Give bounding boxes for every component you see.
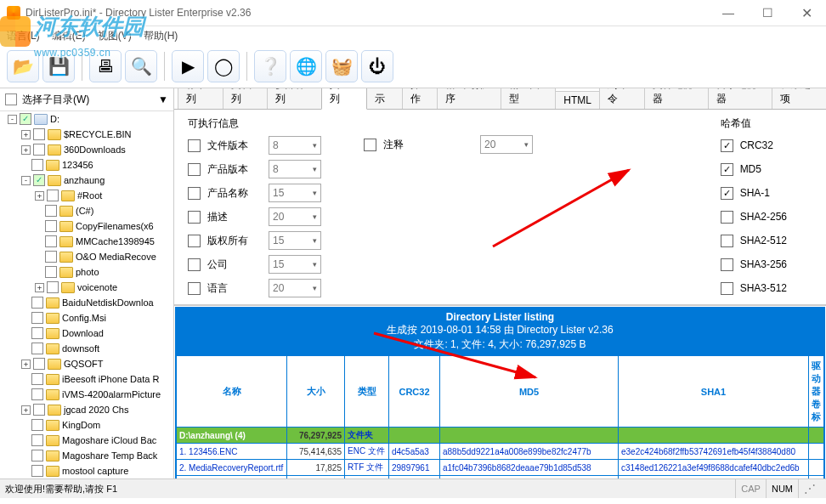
menu-lang[interactable]: 语言(L) xyxy=(7,29,40,43)
col-header[interactable]: 驱动器卷标 xyxy=(809,356,824,428)
open-button[interactable]: 📂 xyxy=(7,50,39,82)
tree-node[interactable]: Magoshare iCloud Bac xyxy=(0,433,173,448)
tree-node[interactable]: +$RECYCLE.BIN xyxy=(0,127,173,142)
resize-grip[interactable]: ⋰ xyxy=(798,479,821,498)
exec-width-select[interactable]: 20▾ xyxy=(269,279,321,297)
menu-help[interactable]: 帮助(H) xyxy=(144,29,178,43)
tab[interactable]: 操作 xyxy=(402,88,438,109)
comment-checkbox[interactable] xyxy=(364,139,376,151)
tree-node[interactable]: MMCache1398945 xyxy=(0,234,173,249)
col-header[interactable]: 类型 xyxy=(345,356,389,428)
help-button[interactable]: ❔ xyxy=(254,50,286,82)
exec-checkbox[interactable] xyxy=(188,163,201,176)
tab[interactable]: 显示 xyxy=(366,88,402,109)
stop-button[interactable]: ◯ xyxy=(207,50,240,82)
sidebar-collapse-icon[interactable]: ▼ xyxy=(158,93,168,105)
col-header[interactable]: 名称 xyxy=(177,356,287,428)
hash-checkbox[interactable] xyxy=(721,282,733,295)
tree-node[interactable]: CopyFilenames(x6 xyxy=(0,218,173,234)
exec-checkbox[interactable] xyxy=(188,211,201,224)
col-header[interactable]: 大小 xyxy=(287,356,345,428)
tab[interactable]: 格式与排序 xyxy=(437,88,501,109)
tab[interactable]: 其它列 xyxy=(321,88,367,110)
tree-node[interactable]: mostool capture xyxy=(0,463,173,479)
minimize-button[interactable]: — xyxy=(709,0,748,25)
tree-node[interactable]: photo xyxy=(0,264,173,280)
play-button[interactable]: ▶ xyxy=(172,50,204,82)
tree-node[interactable]: -✓anzhaung xyxy=(0,173,173,188)
tab[interactable]: 多媒体列 xyxy=(267,88,322,109)
maximize-button[interactable]: ☐ xyxy=(748,0,787,25)
preview-line3: 文件夹: 1, 文件: 4, 大小: 76,297,925 B xyxy=(176,337,824,352)
menu-view[interactable]: 视图(V) xyxy=(98,29,132,43)
toolbar: 📂 💾 🖶 🔍 ▶ ◯ ❔ 🌐 🧺 ⏻ xyxy=(0,45,826,88)
select-all-checkbox[interactable] xyxy=(5,93,17,105)
tree-node[interactable]: O&O MediaRecove xyxy=(0,249,173,264)
hash-checkbox[interactable] xyxy=(721,211,733,224)
tree-node[interactable]: +voicenote xyxy=(0,280,173,295)
tree-node[interactable]: +360Downloads xyxy=(0,142,173,157)
col-header[interactable]: MD5 xyxy=(440,356,619,428)
exec-width-select[interactable]: 15▾ xyxy=(269,255,321,274)
hash-checkbox[interactable] xyxy=(721,139,733,152)
tree-node[interactable]: iBeesoft iPhone Data R xyxy=(0,371,173,387)
basket-button[interactable]: 🧺 xyxy=(325,50,358,82)
tree-node[interactable]: +#Root xyxy=(0,188,173,203)
table-row[interactable]: 1. 123456.ENC75,414,635ENC 文件d4c5a5a3a88… xyxy=(177,444,824,460)
save-button[interactable]: 💾 xyxy=(42,50,75,82)
tree-node[interactable]: +jgcad 2020 Chs xyxy=(0,402,173,417)
hash-checkbox[interactable] xyxy=(721,187,733,200)
tree-node[interactable]: +GQSOFT xyxy=(0,356,173,371)
folder-tree[interactable]: -✓D:+$RECYCLE.BIN+360Downloads123456-✓an… xyxy=(0,111,173,479)
hash-checkbox[interactable] xyxy=(721,163,733,176)
exec-checkbox[interactable] xyxy=(188,258,201,271)
num-indicator: NUM xyxy=(766,479,798,498)
tree-node[interactable]: 123456 xyxy=(0,157,173,173)
col-header[interactable]: CRC32 xyxy=(389,356,440,428)
window-title: DirListerPro.ini* - Directory Lister Ent… xyxy=(25,7,709,19)
exec-width-select[interactable]: 20▾ xyxy=(269,207,321,226)
tab[interactable]: 目录过滤器 xyxy=(708,88,772,109)
tab[interactable]: 文件过滤器 xyxy=(644,88,709,109)
tree-node[interactable]: BaiduNetdiskDownloa xyxy=(0,295,173,310)
tab[interactable]: 标准列 xyxy=(178,88,223,109)
tree-node[interactable]: Magoshare Temp Back xyxy=(0,448,173,463)
tab[interactable]: 程序选项 xyxy=(772,88,826,109)
tree-node[interactable]: -✓D: xyxy=(0,111,173,127)
tree-node[interactable]: Download xyxy=(0,326,173,341)
exec-checkbox[interactable] xyxy=(188,235,201,247)
menubar: 语言(L) 编辑(E) 视图(V) 帮助(H) xyxy=(0,26,826,45)
tree-node[interactable]: (C#) xyxy=(0,203,173,218)
splitter[interactable] xyxy=(174,304,826,306)
tree-node[interactable]: KingDom xyxy=(0,417,173,433)
power-button[interactable]: ⏻ xyxy=(361,50,393,82)
tab[interactable]: 输出类型 xyxy=(501,88,556,109)
tree-node[interactable]: iVMS-4200alarmPicture xyxy=(0,387,173,402)
menu-edit[interactable]: 编辑(E) xyxy=(52,29,86,43)
hash-checkbox[interactable] xyxy=(721,235,733,247)
table-row[interactable]: 3. SCR.ENC863,185ENC 文件ac2a6ccf31965e0b0… xyxy=(177,476,824,479)
comment-width-select[interactable]: 20▾ xyxy=(480,135,533,154)
tab[interactable]: 列命令 xyxy=(599,88,645,109)
cap-indicator: CAP xyxy=(735,479,766,498)
col-header[interactable]: SHA1 xyxy=(619,356,809,428)
sidebar: 选择子目录(W) ▼ -✓D:+$RECYCLE.BIN+360Download… xyxy=(0,88,174,479)
exec-width-select[interactable]: 8▾ xyxy=(269,136,321,155)
exec-width-select[interactable]: 8▾ xyxy=(269,160,321,178)
tree-node[interactable]: Config.Msi xyxy=(0,310,173,326)
tree-node[interactable]: downsoft xyxy=(0,341,173,356)
preview-button[interactable]: 🔍 xyxy=(125,50,157,82)
exec-width-select[interactable]: 15▾ xyxy=(269,184,321,202)
table-row[interactable]: 2. MediaRecoveryReport.rtf17,825RTF 文件29… xyxy=(177,460,824,476)
exec-checkbox[interactable] xyxy=(188,139,201,152)
hash-checkbox[interactable] xyxy=(721,258,733,271)
exec-width-select[interactable]: 15▾ xyxy=(269,231,321,250)
print-button[interactable]: 🖶 xyxy=(89,50,122,82)
tab[interactable]: 文档列 xyxy=(223,88,269,109)
exec-checkbox[interactable] xyxy=(188,282,201,295)
web-button[interactable]: 🌐 xyxy=(290,50,322,82)
app-icon xyxy=(7,6,20,20)
exec-checkbox[interactable] xyxy=(188,187,201,200)
tab[interactable]: HTML xyxy=(555,91,600,109)
close-button[interactable]: ✕ xyxy=(787,0,826,25)
